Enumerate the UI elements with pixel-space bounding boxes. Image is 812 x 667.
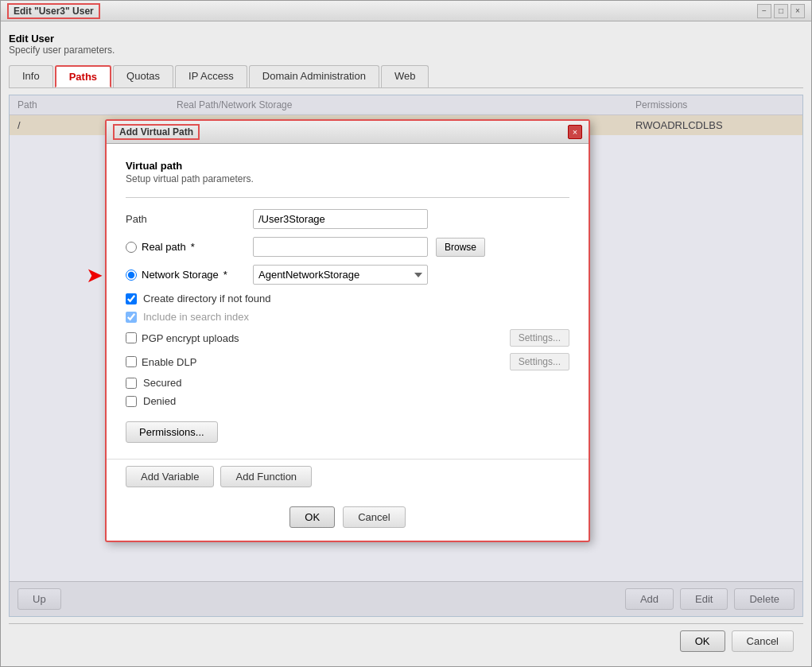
network-storage-text: Network Storage bbox=[142, 269, 219, 281]
secured-checkbox[interactable] bbox=[126, 378, 137, 389]
title-bar: Edit "User3" User − □ × bbox=[1, 1, 811, 21]
window-ok-button[interactable]: OK bbox=[680, 630, 725, 652]
restore-button[interactable]: □ bbox=[774, 4, 788, 18]
include-search-label: Include in search index bbox=[143, 311, 249, 323]
denied-row: Denied bbox=[126, 395, 569, 407]
path-input[interactable] bbox=[253, 209, 428, 229]
add-variable-button[interactable]: Add Variable bbox=[126, 466, 214, 487]
include-search-checkbox[interactable] bbox=[126, 312, 137, 323]
pgp-settings-button[interactable]: Settings... bbox=[510, 329, 569, 347]
denied-label: Denied bbox=[143, 395, 176, 407]
enable-dlp-checkbox[interactable] bbox=[126, 356, 137, 367]
modal-title-bar: Add Virtual Path × bbox=[107, 121, 589, 144]
edit-user-title: Edit User bbox=[9, 33, 803, 45]
main-panel: Path Real Path/Network Storage Permissio… bbox=[9, 95, 803, 617]
close-button[interactable]: × bbox=[791, 4, 805, 18]
network-storage-required: * bbox=[223, 269, 227, 281]
window-cancel-button[interactable]: Cancel bbox=[732, 630, 794, 652]
include-search-row: Include in search index bbox=[126, 311, 569, 323]
modal-title: Add Virtual Path bbox=[113, 124, 200, 140]
tab-web[interactable]: Web bbox=[381, 65, 429, 87]
network-storage-select[interactable]: AgentNetworkStorage LocalStorage CloudSt… bbox=[253, 265, 428, 285]
window-content: Edit User Specify user parameters. Info … bbox=[1, 21, 811, 666]
tab-domain-administration[interactable]: Domain Administration bbox=[249, 65, 379, 87]
tab-ip-access[interactable]: IP Access bbox=[175, 65, 247, 87]
path-row: Path bbox=[126, 209, 569, 229]
create-dir-checkbox[interactable] bbox=[126, 293, 137, 304]
main-window: Edit "User3" User − □ × Edit User Specif… bbox=[0, 0, 812, 667]
pgp-encrypt-label: PGP encrypt uploads bbox=[142, 332, 510, 344]
real-path-input[interactable] bbox=[253, 237, 428, 257]
section-subtitle: Setup virtual path parameters. bbox=[126, 173, 569, 184]
real-path-label: Real path * bbox=[126, 241, 245, 253]
create-dir-label: Create directory if not found bbox=[143, 293, 270, 304]
tabs-bar: Info Paths Quotas IP Access Domain Admin… bbox=[9, 65, 803, 88]
denied-checkbox[interactable] bbox=[126, 396, 137, 407]
modal-ok-button[interactable]: OK bbox=[289, 506, 335, 528]
modal-ok-cancel-bar: OK Cancel bbox=[107, 498, 589, 541]
modal-action-bar: Add Variable Add Function bbox=[107, 459, 589, 498]
network-storage-radio[interactable] bbox=[126, 270, 137, 281]
pgp-encrypt-row: PGP encrypt uploads Settings... bbox=[126, 329, 569, 347]
modal-cancel-button[interactable]: Cancel bbox=[343, 506, 405, 528]
real-path-radio[interactable] bbox=[126, 242, 137, 253]
minimize-button[interactable]: − bbox=[757, 4, 771, 18]
pgp-encrypt-checkbox[interactable] bbox=[126, 332, 137, 343]
edit-user-header: Edit User Specify user parameters. bbox=[9, 29, 803, 59]
tab-quotas[interactable]: Quotas bbox=[113, 65, 173, 87]
dlp-settings-button[interactable]: Settings... bbox=[510, 353, 569, 370]
browse-button[interactable]: Browse bbox=[436, 238, 485, 257]
secured-row: Secured bbox=[126, 377, 569, 389]
window-bottom-bar: OK Cancel bbox=[9, 623, 803, 658]
tab-paths[interactable]: Paths bbox=[55, 65, 111, 87]
real-path-text: Real path bbox=[142, 241, 186, 253]
network-storage-select-wrapper: AgentNetworkStorage LocalStorage CloudSt… bbox=[253, 265, 428, 285]
real-path-required: * bbox=[191, 241, 195, 253]
add-virtual-path-modal: Add Virtual Path × Virtual path Setup vi… bbox=[105, 119, 590, 542]
window-controls: − □ × bbox=[757, 4, 805, 18]
create-dir-row: Create directory if not found bbox=[126, 293, 569, 304]
enable-dlp-label: Enable DLP bbox=[142, 356, 510, 368]
modal-body: Virtual path Setup virtual path paramete… bbox=[107, 144, 589, 456]
real-path-row: Real path * Browse bbox=[126, 237, 569, 257]
edit-user-subtitle: Specify user parameters. bbox=[9, 45, 803, 56]
secured-label: Secured bbox=[143, 377, 181, 389]
enable-dlp-row: Enable DLP Settings... bbox=[126, 353, 569, 370]
add-function-button[interactable]: Add Function bbox=[220, 466, 312, 487]
path-label: Path bbox=[126, 213, 245, 225]
tab-info[interactable]: Info bbox=[9, 65, 53, 87]
window-title: Edit "User3" User bbox=[7, 3, 100, 19]
checkbox-group: Create directory if not found Include in… bbox=[126, 293, 569, 407]
permissions-button[interactable]: Permissions... bbox=[126, 421, 218, 443]
divider bbox=[126, 197, 569, 198]
network-storage-row: ➤ Network Storage * AgentNetworkStorage … bbox=[126, 265, 569, 285]
modal-close-button[interactable]: × bbox=[568, 125, 582, 139]
network-storage-label: Network Storage * bbox=[126, 269, 245, 281]
modal-overlay: Add Virtual Path × Virtual path Setup vi… bbox=[10, 95, 802, 616]
section-title: Virtual path bbox=[126, 160, 569, 172]
